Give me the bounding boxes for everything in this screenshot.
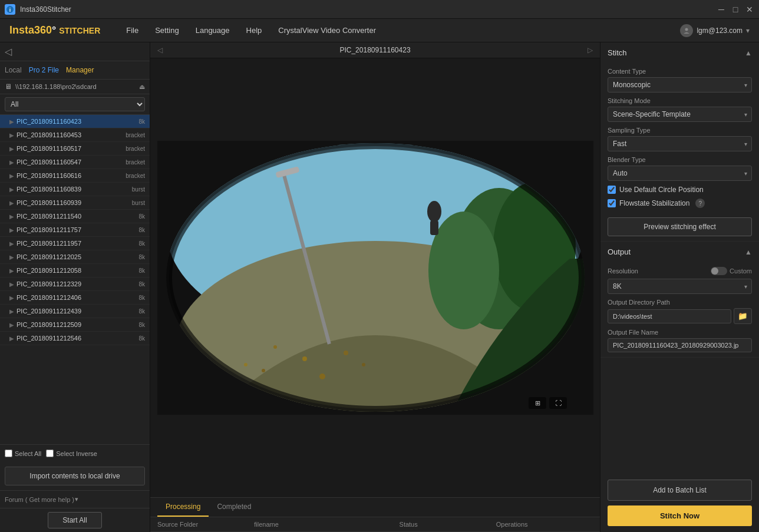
chevron-icon: ▶ — [9, 322, 14, 328]
list-item[interactable]: ▶ PIC_20180911211540 8k — [0, 210, 150, 223]
sidebar-collapse-icon[interactable]: ◁ — [5, 46, 12, 57]
file-name-text: PIC_20180911212439 — [16, 308, 136, 315]
col-status: Status — [400, 521, 496, 528]
list-item[interactable]: ▶ PIC_20180911212329 8k — [0, 277, 150, 291]
start-all-button[interactable]: Start All — [48, 512, 101, 528]
tab-processing[interactable]: Processing — [157, 498, 209, 517]
list-item[interactable]: ▶ PIC_20180911160517 bracket — [0, 142, 150, 156]
preview-nav-right[interactable]: ▷ — [588, 46, 593, 54]
file-name-text: PIC_20180911160453 — [16, 131, 123, 138]
output-filename-input[interactable] — [608, 338, 752, 352]
svg-point-13 — [427, 201, 441, 222]
list-item[interactable]: ▶ PIC_20180911212406 8k — [0, 291, 150, 305]
select-all-checkbox[interactable] — [5, 450, 12, 457]
content-type-label: Content Type — [608, 68, 752, 75]
list-item[interactable]: ▶ PIC_20180911160839 burst — [0, 183, 150, 196]
sampling-type-select[interactable]: Fast Medium Slow — [608, 136, 752, 151]
file-name-text: PIC_20180911160423 — [16, 118, 136, 125]
action-buttons: Add to Batch List Stitch Now — [600, 474, 759, 532]
menu-help[interactable]: Help — [239, 22, 269, 38]
select-all-checkbox-label[interactable]: Select All — [5, 450, 41, 457]
sidebar-filter: All 8k bracket burst — [0, 94, 150, 115]
flowstate-checkbox[interactable] — [608, 199, 616, 207]
chevron-icon: ▶ — [9, 335, 14, 342]
file-tag: bracket — [126, 146, 145, 152]
output-section: Output ▲ Resolution Custom 8K 7K 6K — [600, 242, 759, 358]
menu-language[interactable]: Language — [189, 22, 237, 38]
preview-stitching-button[interactable]: Preview stitching effect — [608, 217, 752, 236]
svg-point-16 — [302, 356, 307, 361]
menu-setting[interactable]: Setting — [148, 22, 186, 38]
chevron-icon: ▶ — [9, 200, 14, 206]
list-item[interactable]: ▶ PIC_20180911160547 bracket — [0, 156, 150, 169]
svg-point-15 — [273, 345, 277, 349]
stitch-now-button[interactable]: Stitch Now — [608, 505, 752, 526]
sampling-type-label: Sampling Type — [608, 127, 752, 134]
custom-toggle-switch[interactable] — [711, 267, 727, 275]
import-button[interactable]: Import contents to local drive — [5, 467, 145, 485]
list-item[interactable]: ▶ PIC_20180911211957 8k — [0, 237, 150, 250]
list-item[interactable]: ▶ PIC_20180911160423 8k — [0, 115, 150, 128]
list-item[interactable]: ▶ PIC_20180911160939 burst — [0, 196, 150, 210]
chevron-icon: ▶ — [9, 308, 14, 315]
menu-crystalview[interactable]: CrystalView Video Converter — [271, 22, 383, 38]
sidebar-tab-manager[interactable]: Manager — [66, 65, 94, 75]
table-header: Source Folder filename Status Operations — [150, 517, 600, 532]
select-inverse-checkbox-label[interactable]: Select Inverse — [46, 450, 97, 457]
chevron-icon: ▶ — [9, 281, 14, 288]
file-name-text: PIC_20180911212329 — [16, 280, 136, 288]
add-to-batch-button[interactable]: Add to Batch List — [608, 480, 752, 501]
output-dir-browse-button[interactable]: 📁 — [734, 308, 752, 324]
close-button[interactable]: ✕ — [745, 5, 754, 14]
minimize-button[interactable]: ─ — [717, 5, 726, 14]
output-dir-input[interactable] — [608, 309, 731, 323]
list-item[interactable]: ▶ PIC_20180911160616 bracket — [0, 169, 150, 183]
list-item[interactable]: ▶ PIC_20180911211757 8k — [0, 223, 150, 237]
blender-type-select[interactable]: Auto OpenCL CUDA — [608, 166, 752, 181]
stitching-mode-select[interactable]: Scene-Specific Template New Optical Flow… — [608, 107, 752, 122]
path-disconnect-icon[interactable]: ⏏ — [139, 83, 145, 91]
chevron-icon: ▶ — [9, 254, 14, 260]
list-item[interactable]: ▶ PIC_20180911212546 8k — [0, 332, 150, 345]
content-type-select[interactable]: Monoscopic Stereoscopic — [608, 77, 752, 92]
sidebar-tabs: Local Pro 2 File Manager — [0, 61, 150, 80]
sidebar-path: 🖥 \\192.168.1.188\pro2\sdcard ⏏ — [0, 80, 150, 94]
select-inverse-checkbox[interactable] — [46, 450, 54, 457]
preview-nav-left[interactable]: ◁ — [157, 46, 163, 54]
content-type-wrapper: Monoscopic Stereoscopic — [608, 77, 752, 92]
file-name-text: PIC_20180911212025 — [16, 253, 136, 260]
resolution-select[interactable]: 8K 7K 6K 5.7K 4K 2K — [608, 279, 752, 294]
flowstate-help-icon[interactable]: ? — [695, 199, 705, 208]
filter-select[interactable]: All 8k bracket burst — [5, 97, 145, 111]
list-item[interactable]: ▶ PIC_20180911160453 bracket — [0, 128, 150, 142]
file-tag: 8k — [138, 227, 145, 233]
file-name-text: PIC_20180911212406 — [16, 294, 136, 301]
list-item[interactable]: ▶ PIC_20180911212439 8k — [0, 305, 150, 318]
use-default-circle-row: Use Default Circle Position — [608, 186, 752, 194]
svg-point-18 — [344, 351, 348, 355]
use-default-circle-checkbox[interactable] — [608, 186, 616, 194]
flowstate-label-text: Flowstate Stabilization — [619, 199, 689, 207]
tab-completed[interactable]: Completed — [209, 498, 259, 517]
user-dropdown-icon[interactable]: ▾ — [746, 27, 750, 35]
list-item[interactable]: ▶ PIC_20180911212058 8k — [0, 264, 150, 277]
chevron-icon: ▶ — [9, 146, 14, 152]
forum-bar[interactable]: Forum ( Get more help ) ▾ — [0, 490, 150, 508]
sidebar-tab-local[interactable]: Local — [5, 65, 22, 75]
blender-type-label: Blender Type — [608, 156, 752, 163]
list-item[interactable]: ▶ PIC_20180911212509 8k — [0, 318, 150, 332]
menu-file[interactable]: File — [119, 22, 146, 38]
list-item[interactable]: ▶ PIC_20180911212025 8k — [0, 250, 150, 264]
sidebar-tab-pro2file[interactable]: Pro 2 File — [29, 65, 59, 75]
forum-label: Forum ( Get more help ) — [5, 496, 75, 503]
chevron-icon: ▶ — [9, 173, 14, 179]
right-panel: Stitch ▲ Content Type Monoscopic Stereos… — [600, 42, 759, 532]
stitch-section-header[interactable]: Stitch ▲ — [600, 42, 759, 63]
output-section-header[interactable]: Output ▲ — [600, 242, 759, 262]
stitch-section: Stitch ▲ Content Type Monoscopic Stereos… — [600, 42, 759, 242]
file-name-text: PIC_20180911211540 — [16, 213, 136, 220]
file-name-text: PIC_20180911160547 — [16, 158, 123, 166]
file-name-text: PIC_20180911160939 — [16, 199, 130, 206]
maximize-button[interactable]: □ — [731, 5, 740, 14]
blender-type-wrapper: Auto OpenCL CUDA — [608, 166, 752, 181]
